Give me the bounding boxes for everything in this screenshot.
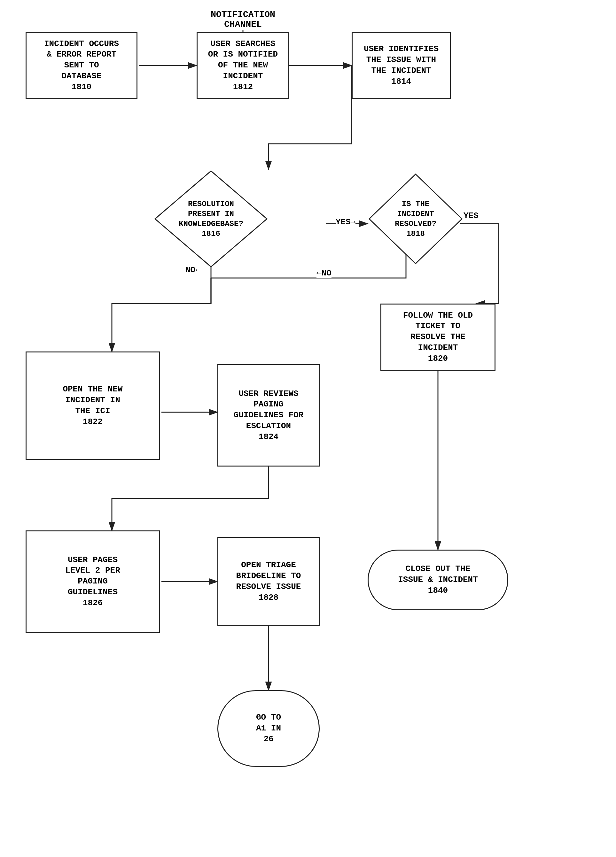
node-1818: IS THEINCIDENTRESOLVED?1818	[368, 173, 464, 265]
node-1814: USER IDENTIFIESTHE ISSUE WITHTHE INCIDEN…	[351, 32, 451, 99]
node-1840: CLOSE OUT THEISSUE & INCIDENT1840	[368, 549, 508, 610]
node-1816: RESOLUTIONPRESENT INKNOWLEDGEBASE?1816	[153, 169, 269, 268]
node-1824: USER REVIEWSPAGINGGUIDELINES FORESCLATIO…	[217, 364, 320, 467]
node-1820: FOLLOW THE OLDTICKET TORESOLVE THEINCIDE…	[381, 303, 495, 371]
notification-channel-label: NOTIFICATIONCHANNEL	[192, 9, 294, 29]
no-label-1816: NO←	[186, 265, 200, 275]
yes-label-1816-1818: YES→	[336, 217, 356, 227]
node-1828: OPEN TRIAGEBRIDGELINE TORESOLVE ISSUE182…	[217, 537, 320, 626]
diagram-container: NOTIFICATIONCHANNEL INCIDENT OCCURS& ERR…	[0, 0, 616, 857]
node-1826: USER PAGESLEVEL 2 PERPAGINGGUIDELINES182…	[26, 531, 160, 633]
node-1822: OPEN THE NEWINCIDENT INTHE ICI1822	[26, 351, 160, 460]
node-1810: INCIDENT OCCURS& ERROR REPORTSENT TODATA…	[26, 32, 138, 99]
node-1812: USER SEARCHESOR IS NOTIFIEDOF THE NEWINC…	[197, 32, 289, 99]
no-label-1818: ←NO	[316, 268, 331, 278]
node-a1: GO TOA1 IN26	[217, 690, 320, 767]
yes-label-1818: YES	[464, 211, 478, 220]
